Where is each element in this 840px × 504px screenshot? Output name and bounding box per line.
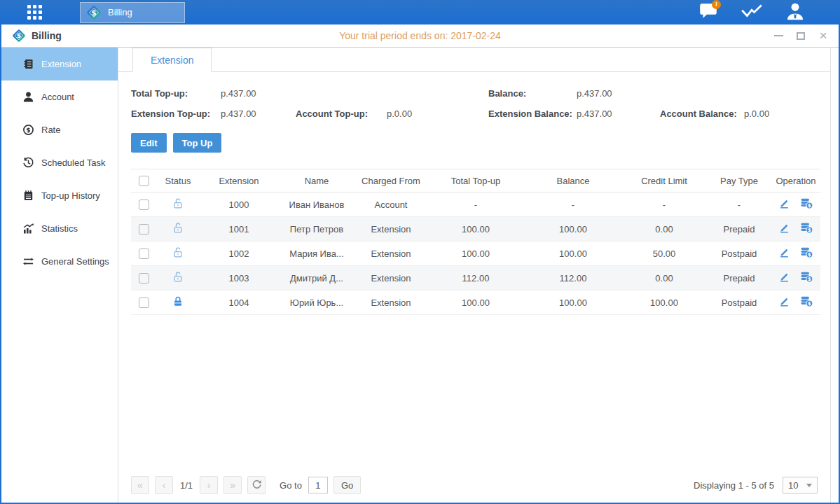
cell-extension: 1000 bbox=[200, 192, 278, 217]
edit-icon[interactable] bbox=[778, 222, 790, 236]
table-row: 1000Иван ИвановAccount----$ bbox=[131, 192, 820, 217]
sidebar-item-label: Account bbox=[41, 92, 74, 102]
edit-button[interactable]: Edit bbox=[131, 133, 167, 153]
table-row: 1003Дмитрий Д...Extension112.00112.000.0… bbox=[131, 266, 820, 290]
sliders-icon bbox=[22, 255, 34, 267]
taskbar-billing-label: Billing bbox=[108, 7, 132, 18]
lock-open-icon[interactable] bbox=[172, 222, 184, 236]
lock-open-icon[interactable] bbox=[172, 197, 184, 211]
sidebar-item-label: Top-up History bbox=[41, 190, 100, 201]
sidebar-item-label: Extension bbox=[41, 59, 81, 69]
cell-credit-limit: - bbox=[621, 192, 707, 217]
cell-extension: 1002 bbox=[200, 241, 278, 266]
cell-name: Дмитрий Д... bbox=[278, 266, 355, 290]
edit-icon[interactable] bbox=[778, 246, 790, 260]
sidebar-item-label: Statistics bbox=[41, 223, 78, 234]
page-size-select[interactable]: 10 bbox=[783, 477, 818, 493]
svg-text:$: $ bbox=[17, 31, 21, 39]
row-checkbox[interactable] bbox=[139, 273, 149, 284]
next-page-button[interactable]: › bbox=[200, 476, 218, 494]
displaying-text: Displaying 1 - 5 of 5 bbox=[694, 480, 774, 491]
cell-charged-from: Extension bbox=[355, 266, 427, 290]
sidebar-item-label: Scheduled Task bbox=[41, 158, 106, 168]
lock-open-icon[interactable] bbox=[172, 246, 184, 260]
row-checkbox[interactable] bbox=[139, 248, 149, 259]
edit-icon[interactable] bbox=[778, 295, 790, 309]
screen: $ Billing ! bbox=[0, 0, 840, 504]
lock-open-icon[interactable] bbox=[172, 271, 184, 285]
lock-closed-icon[interactable] bbox=[172, 295, 184, 309]
page-indicator: 1/1 bbox=[180, 480, 193, 491]
minimize-button[interactable] bbox=[773, 30, 784, 41]
summary-panel: Total Top-up: p.437.00 Balance: p.437.00… bbox=[131, 88, 820, 119]
cell-pay-type: Postpaid bbox=[707, 290, 771, 315]
sidebar-item-general-settings[interactable]: General Settings bbox=[1, 245, 118, 278]
extension-balance-value: p.437.00 bbox=[577, 108, 660, 119]
cell-total-topup: 100.00 bbox=[427, 217, 525, 241]
select-all-checkbox[interactable] bbox=[139, 176, 149, 186]
refresh-icon bbox=[252, 479, 262, 491]
ledger-icon bbox=[22, 58, 34, 70]
main-panel: Extension Total Top-up: p.437.00 Balance… bbox=[118, 48, 831, 503]
maximize-icon bbox=[797, 32, 805, 40]
sidebar-item-rate[interactable]: $Rate bbox=[1, 113, 118, 146]
close-button[interactable]: × bbox=[818, 30, 829, 41]
sidebar-item-top-up-history[interactable]: Top-up History bbox=[1, 179, 118, 212]
sidebar-item-extension[interactable]: Extension bbox=[1, 48, 118, 80]
resource-monitor-button[interactable] bbox=[739, 3, 764, 22]
topbar-actions: ! bbox=[696, 3, 808, 22]
topup-icon[interactable]: $ bbox=[800, 222, 813, 236]
tab-extension[interactable]: Extension bbox=[132, 48, 212, 72]
last-page-icon: » bbox=[230, 479, 235, 491]
cell-credit-limit: 0.00 bbox=[621, 266, 707, 290]
table-row: 1004Юрий Юрь...Extension100.00100.00100.… bbox=[131, 290, 820, 315]
topup-icon[interactable]: $ bbox=[800, 246, 813, 260]
cell-balance: - bbox=[525, 192, 621, 217]
cell-total-topup: 100.00 bbox=[427, 241, 525, 266]
app-grid-button[interactable] bbox=[18, 0, 50, 24]
cell-credit-limit: 100.00 bbox=[621, 290, 707, 315]
edit-icon[interactable] bbox=[778, 197, 790, 211]
topup-icon[interactable]: $ bbox=[800, 271, 813, 285]
action-buttons: Edit Top Up bbox=[131, 133, 820, 153]
tab-strip: Extension bbox=[118, 48, 830, 72]
sidebar-item-statistics[interactable]: Statistics bbox=[1, 212, 118, 245]
svg-text:$: $ bbox=[808, 227, 811, 233]
balance-label: Balance: bbox=[488, 88, 577, 99]
cell-balance: 112.00 bbox=[525, 266, 621, 290]
edit-icon[interactable] bbox=[778, 271, 790, 285]
last-page-button[interactable]: » bbox=[223, 476, 242, 494]
row-checkbox[interactable] bbox=[139, 224, 149, 234]
user-menu-button[interactable] bbox=[783, 3, 808, 22]
row-checkbox[interactable] bbox=[139, 200, 149, 210]
display-info: Displaying 1 - 5 of 5 10 bbox=[694, 477, 818, 493]
window-body: ExtensionAccount$RateScheduled TaskTop-u… bbox=[1, 48, 839, 503]
first-page-button[interactable]: « bbox=[131, 476, 149, 494]
app-grid-icon bbox=[27, 5, 42, 20]
pagination-bar: « ‹ 1/1 › » Go to Go Displaying 1 - 5 of… bbox=[118, 475, 830, 503]
svg-text:$: $ bbox=[808, 252, 811, 258]
notifications-button[interactable]: ! bbox=[696, 3, 721, 22]
window-title: Billing bbox=[32, 30, 62, 41]
prev-page-button[interactable]: ‹ bbox=[155, 476, 173, 494]
sidebar-item-account[interactable]: Account bbox=[1, 80, 118, 113]
maximize-button[interactable] bbox=[795, 30, 806, 41]
cell-balance: 100.00 bbox=[525, 217, 621, 241]
sidebar-item-label: General Settings bbox=[41, 256, 109, 267]
topup-icon[interactable]: $ bbox=[800, 197, 813, 211]
column-header: Name bbox=[278, 169, 355, 192]
goto-page-input[interactable] bbox=[308, 477, 328, 493]
extension-topup-value: p.437.00 bbox=[221, 108, 296, 119]
taskbar-billing-button[interactable]: $ Billing bbox=[80, 2, 185, 23]
cell-extension: 1001 bbox=[200, 217, 278, 241]
refresh-button[interactable] bbox=[247, 476, 266, 494]
extension-content: Total Top-up: p.437.00 Balance: p.437.00… bbox=[118, 72, 830, 315]
sidebar-item-scheduled-task[interactable]: Scheduled Task bbox=[1, 146, 118, 179]
trial-notice: Your trial period ends on: 2017-02-24 bbox=[1, 30, 839, 41]
row-checkbox[interactable] bbox=[139, 298, 149, 308]
topup-icon[interactable]: $ bbox=[800, 295, 813, 309]
account-balance-label: Account Balance: bbox=[660, 108, 744, 119]
go-button[interactable]: Go bbox=[333, 476, 361, 494]
account-topup-label: Account Top-up: bbox=[296, 108, 387, 119]
top-up-button[interactable]: Top Up bbox=[173, 133, 222, 153]
